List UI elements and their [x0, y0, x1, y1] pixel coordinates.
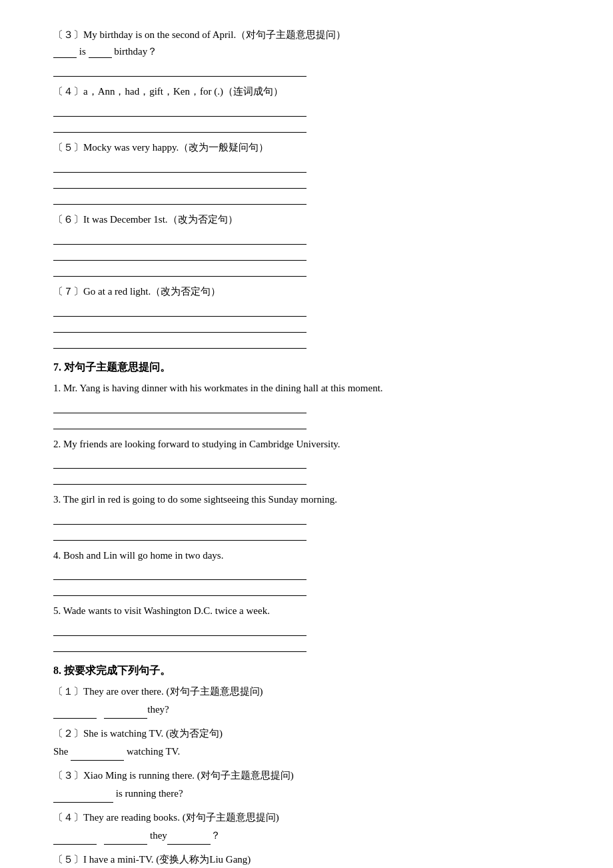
s8-q4-text: 〔４〕They are reading books. (对句子主题意思提问) — [53, 809, 560, 827]
section-8-q5: 〔５〕I have a mini-TV. (变换人称为Liu Gang) — [53, 851, 560, 869]
section-8-q2: 〔２〕She is watching TV. (改为否定句) She watch… — [53, 725, 560, 761]
answer-line-7a — [53, 302, 306, 317]
question-4-text: 〔４〕a，Ann，had，gift，Ken，for (.)（连词成句） — [53, 83, 560, 99]
question-5-answers — [53, 158, 560, 205]
blank-8-3[interactable] — [53, 791, 113, 803]
s7-answer-line-4a — [53, 565, 306, 580]
s7-answer-line-2b — [53, 470, 306, 485]
s8-q5-text: 〔５〕I have a mini-TV. (变换人称为Liu Gang) — [53, 851, 560, 869]
question-7-answers — [53, 302, 560, 349]
section-8-header: 8. 按要求完成下列句子。 — [53, 664, 560, 678]
question-3: 〔３〕My birthday is on the second of April… — [53, 27, 560, 77]
question-3-text: 〔３〕My birthday is on the second of April… — [53, 27, 560, 43]
answer-line-7b — [53, 318, 306, 333]
s8-q4-answer: they？ — [53, 827, 560, 845]
s7-q2-answers — [53, 454, 560, 485]
section-7-q5: 5. Wade wants to visit Washington D.C. t… — [53, 603, 560, 652]
question-5-text: 〔５〕Mocky was very happy.（改为一般疑问句） — [53, 139, 560, 155]
section-7-header: 7. 对句子主题意思提问。 — [53, 361, 560, 375]
blank-8-4a[interactable] — [53, 833, 97, 845]
s7-q5-text: 5. Wade wants to visit Washington D.C. t… — [53, 603, 560, 620]
blank-8-1a[interactable] — [53, 707, 97, 719]
question-6-answers — [53, 230, 560, 277]
s7-q3-answers — [53, 510, 560, 541]
answer-line-4b — [53, 118, 306, 133]
answer-line-6a — [53, 230, 306, 245]
question-7-text: 〔７〕Go at a red light.（改为否定句） — [53, 283, 560, 299]
s7-q4-text: 4. Bosh and Lin will go home in two days… — [53, 547, 560, 565]
s7-answer-line-4b — [53, 581, 306, 596]
s7-answer-line-3a — [53, 510, 306, 525]
section-8-q3: 〔３〕Xiao Ming is running there. (对句子主题意思提… — [53, 767, 560, 803]
s8-q3-answer: is running there? — [53, 785, 560, 803]
answer-line-4a — [53, 102, 306, 117]
s7-q1-text: 1. Mr. Yang is having dinner with his wo… — [53, 380, 560, 397]
s7-answer-line-1b — [53, 415, 306, 429]
question-4: 〔４〕a，Ann，had，gift，Ken，for (.)（连词成句） — [53, 83, 560, 133]
answer-line-5a — [53, 158, 306, 173]
question-6: 〔６〕It was December 1st.（改为否定句） — [53, 211, 560, 277]
blank-8-4c[interactable] — [167, 833, 211, 845]
s7-q2-text: 2. My friends are looking forward to stu… — [53, 436, 560, 453]
s7-answer-line-5b — [53, 637, 306, 652]
section-7: 7. 对句子主题意思提问。 1. Mr. Yang is having dinn… — [53, 361, 560, 652]
section-8-q1: 〔１〕They are over there. (对句子主题意思提问) they… — [53, 683, 560, 719]
section-7-q2: 2. My friends are looking forward to stu… — [53, 436, 560, 485]
s7-answer-line-1a — [53, 399, 306, 413]
answer-line-6b — [53, 246, 306, 261]
s7-q1-answers — [53, 399, 560, 429]
question-3-answer: is birthday？ — [53, 45, 560, 58]
blank-3b[interactable] — [89, 46, 112, 58]
section-8-q4: 〔４〕They are reading books. (对句子主题意思提问) t… — [53, 809, 560, 845]
question-4-answers — [53, 102, 560, 133]
s7-answer-line-5a — [53, 621, 306, 636]
s8-q2-text: 〔２〕She is watching TV. (改为否定句) — [53, 725, 560, 743]
s8-q1-answer: they? — [53, 701, 560, 719]
question-7: 〔７〕Go at a red light.（改为否定句） — [53, 283, 560, 349]
s7-answer-line-2a — [53, 454, 306, 469]
question-6-text: 〔６〕It was December 1st.（改为否定句） — [53, 211, 560, 227]
s8-q3-text: 〔３〕Xiao Ming is running there. (对句子主题意思提… — [53, 767, 560, 785]
answer-line-3 — [53, 62, 306, 77]
s8-q2-answer: She watching TV. — [53, 743, 560, 761]
answer-line-7c — [53, 334, 306, 349]
s7-q5-answers — [53, 621, 560, 652]
s7-q3-text: 3. The girl in red is going to do some s… — [53, 491, 560, 509]
question-5: 〔５〕Mocky was very happy.（改为一般疑问句） — [53, 139, 560, 205]
s7-answer-line-3b — [53, 526, 306, 541]
s7-q4-answers — [53, 565, 560, 596]
blank-8-1b[interactable] — [104, 707, 147, 719]
blank-8-4b[interactable] — [104, 833, 147, 845]
s8-q1-text: 〔１〕They are over there. (对句子主题意思提问) — [53, 683, 560, 701]
top-questions-section: 〔３〕My birthday is on the second of April… — [53, 27, 560, 349]
section-7-q3: 3. The girl in red is going to do some s… — [53, 491, 560, 541]
section-7-q1: 1. Mr. Yang is having dinner with his wo… — [53, 380, 560, 429]
answer-line-5b — [53, 174, 306, 189]
blank-8-2[interactable] — [71, 749, 124, 761]
section-8: 8. 按要求完成下列句子。 〔１〕They are over there. (对… — [53, 664, 560, 869]
blank-3a[interactable] — [53, 46, 77, 58]
section-7-q4: 4. Bosh and Lin will go home in two days… — [53, 547, 560, 597]
answer-line-5c — [53, 190, 306, 205]
answer-line-6c — [53, 262, 306, 277]
